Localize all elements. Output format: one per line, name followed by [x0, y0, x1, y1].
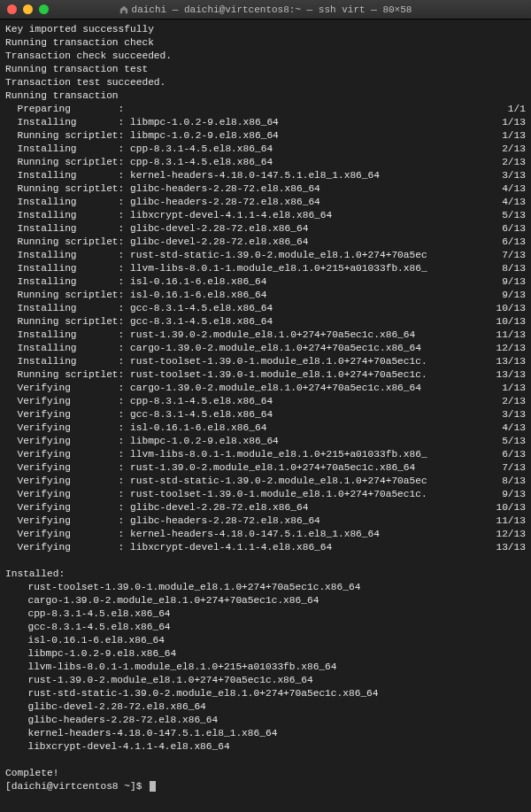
output-line: Key imported successfully [5, 23, 526, 36]
transaction-row: Installing : libxcrypt-devel-4.1.1-4.el8… [5, 209, 526, 222]
cursor-icon [150, 781, 156, 792]
transaction-row: Verifying : cargo-1.39.0-2.module_el8.1.… [5, 382, 526, 395]
home-icon [119, 5, 128, 14]
transaction-row: Verifying : glibc-devel-2.28-72.el8.x86_… [5, 501, 526, 514]
installed-item: cpp-8.3.1-4.5.el8.x86_64 [5, 607, 526, 621]
installed-item: llvm-libs-8.0.1-1.module_el8.1.0+215+a01… [5, 661, 526, 674]
transaction-row: Installing : rust-1.39.0-2.module_el8.1.… [5, 329, 526, 342]
blank-line-2 [5, 754, 526, 767]
transaction-row: Verifying : libxcrypt-devel-4.1.1-4.el8.… [5, 541, 526, 554]
transaction-row: Running scriptlet: glibc-headers-2.28-72… [5, 182, 526, 196]
transaction-row: Verifying : libmpc-1.0.2-9.el8.x86_645/1… [5, 435, 526, 448]
transaction-row: Installing : cpp-8.3.1-4.5.el8.x86_642/1… [5, 143, 526, 156]
transaction-row: Installing : gcc-8.3.1-4.5.el8.x86_6410/… [5, 302, 526, 315]
installed-header: Installed: [5, 568, 526, 581]
maximize-button[interactable] [39, 4, 49, 14]
transaction-row: Installing : kernel-headers-4.18.0-147.5… [5, 169, 526, 182]
transaction-row: Verifying : rust-std-static-1.39.0-2.mod… [5, 475, 526, 488]
transaction-row: Installing : glibc-devel-2.28-72.el8.x86… [5, 222, 526, 236]
intro-lines: Key imported successfullyRunning transac… [5, 23, 526, 103]
installed-item: glibc-devel-2.28-72.el8.x86_64 [5, 700, 526, 714]
transaction-row: Running scriptlet: cpp-8.3.1-4.5.el8.x86… [5, 156, 526, 169]
terminal-area[interactable]: Key imported successfullyRunning transac… [0, 19, 531, 797]
installed-item: rust-std-static-1.39.0-2.module_el8.1.0+… [5, 687, 526, 700]
installed-item: cargo-1.39.0-2.module_el8.1.0+274+70a5ec… [5, 594, 526, 607]
minimize-button[interactable] [23, 4, 33, 14]
installed-item: glibc-headers-2.28-72.el8.x86_64 [5, 714, 526, 727]
installed-list: rust-toolset-1.39.0-1.module_el8.1.0+274… [5, 581, 526, 754]
transaction-row: Installing : glibc-headers-2.28-72.el8.x… [5, 196, 526, 209]
transaction-row: Running scriptlet: glibc-devel-2.28-72.e… [5, 236, 526, 249]
output-line: Running transaction check [5, 36, 526, 50]
transaction-row: Verifying : cpp-8.3.1-4.5.el8.x86_642/13 [5, 395, 526, 408]
installed-item: isl-0.16.1-6.el8.x86_64 [5, 634, 526, 647]
installed-item: libxcrypt-devel-4.1.1-4.el8.x86_64 [5, 740, 526, 754]
transaction-row: Verifying : rust-toolset-1.39.0-1.module… [5, 488, 526, 501]
transaction-row: Verifying : kernel-headers-4.18.0-147.5.… [5, 528, 526, 541]
transaction-row: Installing : cargo-1.39.0-2.module_el8.1… [5, 342, 526, 355]
output-line: Running transaction test [5, 63, 526, 76]
transaction-row: Running scriptlet: isl-0.16.1-6.el8.x86_… [5, 289, 526, 302]
installed-item: rust-1.39.0-2.module_el8.1.0+274+70a5ec1… [5, 674, 526, 687]
complete-line: Complete! [5, 767, 526, 780]
blank-line [5, 554, 526, 568]
transaction-row: Running scriptlet: libmpc-1.0.2-9.el8.x8… [5, 129, 526, 143]
output-line: Transaction check succeeded. [5, 50, 526, 63]
output-line: Transaction test succeeded. [5, 76, 526, 89]
installed-item: gcc-8.3.1-4.5.el8.x86_64 [5, 621, 526, 634]
prompt-text: [daichi@virtcentos8 ~]$ [5, 781, 142, 792]
installed-item: libmpc-1.0.2-9.el8.x86_64 [5, 647, 526, 661]
transaction-row: Verifying : rust-1.39.0-2.module_el8.1.0… [5, 461, 526, 475]
installed-item: kernel-headers-4.18.0-147.5.1.el8_1.x86_… [5, 727, 526, 740]
transaction-row: Installing : rust-toolset-1.39.0-1.modul… [5, 355, 526, 368]
transaction-row: Running scriptlet: rust-toolset-1.39.0-1… [5, 368, 526, 382]
transaction-rows: Preparing : 1/1 Installing : libmpc-1.0.… [5, 103, 526, 554]
prompt-line[interactable]: [daichi@virtcentos8 ~]$ [5, 780, 526, 793]
transaction-row: Verifying : isl-0.16.1-6.el8.x86_644/13 [5, 421, 526, 435]
transaction-row: Installing : rust-std-static-1.39.0-2.mo… [5, 249, 526, 262]
window-title: daichi — daichi@virtcentos8:~ — ssh virt… [0, 4, 531, 15]
installed-item: rust-toolset-1.39.0-1.module_el8.1.0+274… [5, 581, 526, 594]
transaction-row: Running scriptlet: gcc-8.3.1-4.5.el8.x86… [5, 315, 526, 329]
transaction-row: Verifying : glibc-headers-2.28-72.el8.x8… [5, 514, 526, 528]
output-line: Running transaction [5, 89, 526, 103]
transaction-row: Verifying : gcc-8.3.1-4.5.el8.x86_643/13 [5, 408, 526, 421]
transaction-row: Installing : libmpc-1.0.2-9.el8.x86_641/… [5, 116, 526, 129]
transaction-row: Verifying : llvm-libs-8.0.1-1.module_el8… [5, 448, 526, 461]
transaction-row: Installing : isl-0.16.1-6.el8.x86_649/13 [5, 275, 526, 289]
transaction-row: Preparing : 1/1 [5, 103, 526, 116]
window-title-text: daichi — daichi@virtcentos8:~ — ssh virt… [132, 4, 412, 15]
close-button[interactable] [7, 4, 17, 14]
window-titlebar: daichi — daichi@virtcentos8:~ — ssh virt… [0, 0, 531, 19]
traffic-lights [7, 4, 49, 14]
transaction-row: Installing : llvm-libs-8.0.1-1.module_el… [5, 262, 526, 275]
